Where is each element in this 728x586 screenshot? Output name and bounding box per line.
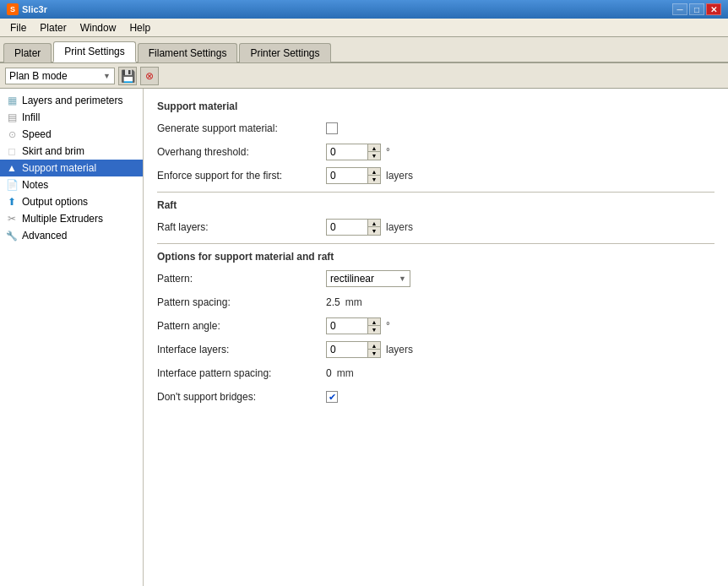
extruders-icon: ✂ bbox=[5, 213, 19, 225]
menu-bar: File Plater Window Help bbox=[0, 19, 728, 37]
raft-section-title: Raft bbox=[157, 199, 714, 211]
sidebar-label-skirt: Skirt and brim bbox=[22, 145, 84, 157]
overhang-threshold-value[interactable]: 0 bbox=[326, 144, 368, 160]
pattern-angle-down[interactable]: ▼ bbox=[368, 326, 380, 334]
pattern-dropdown-arrow-icon: ▼ bbox=[399, 274, 406, 283]
support-icon: ▲ bbox=[5, 162, 19, 174]
overhang-threshold-up[interactable]: ▲ bbox=[368, 144, 380, 152]
support-material-section-title: Support material bbox=[157, 100, 714, 112]
enforce-support-down[interactable]: ▼ bbox=[368, 176, 380, 183]
interface-pattern-spacing-value[interactable]: 0 bbox=[326, 367, 332, 379]
raft-layers-down[interactable]: ▼ bbox=[368, 227, 380, 235]
advanced-icon: 🔧 bbox=[5, 230, 19, 241]
pattern-label: Pattern: bbox=[157, 273, 326, 285]
raft-layers-up[interactable]: ▲ bbox=[368, 220, 380, 227]
dont-support-bridges-label: Don't support bridges: bbox=[157, 391, 326, 403]
options-section-title: Options for support material and raft bbox=[157, 251, 714, 263]
interface-layers-up[interactable]: ▲ bbox=[368, 342, 380, 350]
generate-support-row: Generate support material: bbox=[157, 119, 714, 138]
toolbar-row: Plan B mode ▼ 💾 ⊗ bbox=[0, 63, 728, 89]
sidebar-item-multiple-extruders[interactable]: ✂ Multiple Extruders bbox=[0, 210, 143, 227]
pattern-spacing-label: Pattern spacing: bbox=[157, 296, 326, 308]
interface-pattern-spacing-row: Interface pattern spacing: 0 mm bbox=[157, 364, 714, 383]
interface-layers-arrows: ▲ ▼ bbox=[368, 341, 381, 358]
enforce-support-value[interactable]: 0 bbox=[326, 167, 368, 184]
infill-icon: ▤ bbox=[5, 111, 19, 123]
menu-window[interactable]: Window bbox=[73, 20, 123, 35]
sidebar-item-support-material[interactable]: ▲ Support material bbox=[0, 160, 143, 176]
content-area: Support material Generate support materi… bbox=[144, 89, 728, 586]
tab-printer-settings[interactable]: Printer Settings bbox=[239, 43, 330, 62]
interface-pattern-spacing-unit: mm bbox=[337, 367, 354, 379]
dont-support-bridges-checkbox[interactable]: ✔ bbox=[326, 391, 338, 403]
generate-support-label: Generate support material: bbox=[157, 122, 326, 134]
sidebar-item-infill[interactable]: ▤ Infill bbox=[0, 109, 143, 126]
pattern-angle-up[interactable]: ▲ bbox=[368, 318, 380, 326]
sidebar-item-output-options[interactable]: ⬆ Output options bbox=[0, 193, 143, 210]
interface-layers-label: Interface layers: bbox=[157, 344, 326, 355]
pattern-angle-row: Pattern angle: 0 ▲ ▼ ° bbox=[157, 317, 714, 335]
overhang-threshold-down[interactable]: ▼ bbox=[368, 152, 380, 160]
close-button[interactable]: ✕ bbox=[706, 3, 721, 15]
sidebar: ▦ Layers and perimeters ▤ Infill ⊙ Speed… bbox=[0, 89, 144, 586]
raft-layers-row: Raft layers: 0 ▲ ▼ layers bbox=[157, 218, 714, 236]
skirt-icon: ◻ bbox=[5, 145, 19, 157]
enforce-support-unit: layers bbox=[386, 170, 413, 182]
tab-print-settings[interactable]: Print Settings bbox=[53, 41, 135, 62]
overhang-threshold-control: 0 ▲ ▼ ° bbox=[326, 144, 390, 160]
generate-support-checkbox[interactable] bbox=[326, 122, 338, 134]
sidebar-item-advanced[interactable]: 🔧 Advanced bbox=[0, 227, 143, 244]
sidebar-item-speed[interactable]: ⊙ Speed bbox=[0, 126, 143, 143]
menu-help[interactable]: Help bbox=[122, 20, 157, 35]
pattern-spacing-value[interactable]: 2.5 bbox=[326, 296, 340, 308]
sidebar-label-extruders: Multiple Extruders bbox=[22, 213, 103, 225]
raft-layers-control: 0 ▲ ▼ layers bbox=[326, 219, 413, 236]
layers-icon: ▦ bbox=[5, 95, 19, 106]
profile-dropdown[interactable]: Plan B mode ▼ bbox=[5, 68, 115, 84]
save-button[interactable]: 💾 bbox=[118, 67, 137, 85]
sidebar-item-notes[interactable]: 📄 Notes bbox=[0, 176, 143, 193]
sidebar-label-layers: Layers and perimeters bbox=[22, 95, 122, 106]
sidebar-label-infill: Infill bbox=[22, 111, 40, 123]
dont-support-bridges-checkmark: ✔ bbox=[329, 392, 336, 403]
enforce-support-label: Enforce support for the first: bbox=[157, 170, 326, 182]
pattern-spacing-control: 2.5 mm bbox=[326, 296, 362, 308]
sidebar-item-skirt-and-brim[interactable]: ◻ Skirt and brim bbox=[0, 143, 143, 160]
pattern-value: rectilinear bbox=[330, 273, 374, 285]
interface-layers-value[interactable]: 0 bbox=[326, 341, 368, 358]
raft-layers-spinner: 0 ▲ ▼ bbox=[326, 219, 381, 236]
enforce-support-up[interactable]: ▲ bbox=[368, 168, 380, 176]
pattern-spacing-row: Pattern spacing: 2.5 mm bbox=[157, 293, 714, 312]
enforce-support-arrows: ▲ ▼ bbox=[368, 167, 381, 184]
maximize-button[interactable]: □ bbox=[689, 3, 704, 15]
generate-support-control bbox=[326, 122, 338, 134]
enforce-support-row: Enforce support for the first: 0 ▲ ▼ lay… bbox=[157, 166, 714, 185]
pattern-angle-control: 0 ▲ ▼ ° bbox=[326, 317, 390, 334]
raft-layers-arrows: ▲ ▼ bbox=[368, 219, 381, 236]
pattern-angle-label: Pattern angle: bbox=[157, 320, 326, 332]
title-bar: S Slic3r ─ □ ✕ bbox=[0, 0, 728, 19]
interface-layers-row: Interface layers: 0 ▲ ▼ layers bbox=[157, 340, 714, 359]
sidebar-label-output: Output options bbox=[22, 196, 88, 208]
tab-filament-settings[interactable]: Filament Settings bbox=[138, 43, 238, 62]
pattern-select[interactable]: rectilinear ▼ bbox=[326, 270, 410, 287]
raft-layers-value[interactable]: 0 bbox=[326, 219, 368, 236]
menu-plater[interactable]: Plater bbox=[33, 20, 73, 35]
tab-plater[interactable]: Plater bbox=[3, 43, 52, 62]
dont-support-bridges-row: Don't support bridges: ✔ bbox=[157, 388, 714, 406]
sidebar-label-speed: Speed bbox=[22, 128, 52, 140]
sidebar-item-layers-and-perimeters[interactable]: ▦ Layers and perimeters bbox=[0, 92, 143, 109]
raft-divider bbox=[157, 192, 714, 193]
pattern-angle-unit: ° bbox=[386, 320, 390, 332]
minimize-button[interactable]: ─ bbox=[672, 3, 687, 15]
notes-icon: 📄 bbox=[5, 179, 19, 191]
output-icon: ⬆ bbox=[5, 196, 19, 208]
sidebar-label-advanced: Advanced bbox=[22, 230, 67, 241]
speed-icon: ⊙ bbox=[5, 128, 19, 140]
interface-layers-down[interactable]: ▼ bbox=[368, 350, 380, 357]
pattern-angle-value[interactable]: 0 bbox=[326, 317, 368, 334]
pattern-row: Pattern: rectilinear ▼ bbox=[157, 269, 714, 288]
discard-button[interactable]: ⊗ bbox=[140, 67, 159, 85]
enforce-support-control: 0 ▲ ▼ layers bbox=[326, 167, 413, 184]
menu-file[interactable]: File bbox=[3, 20, 33, 35]
